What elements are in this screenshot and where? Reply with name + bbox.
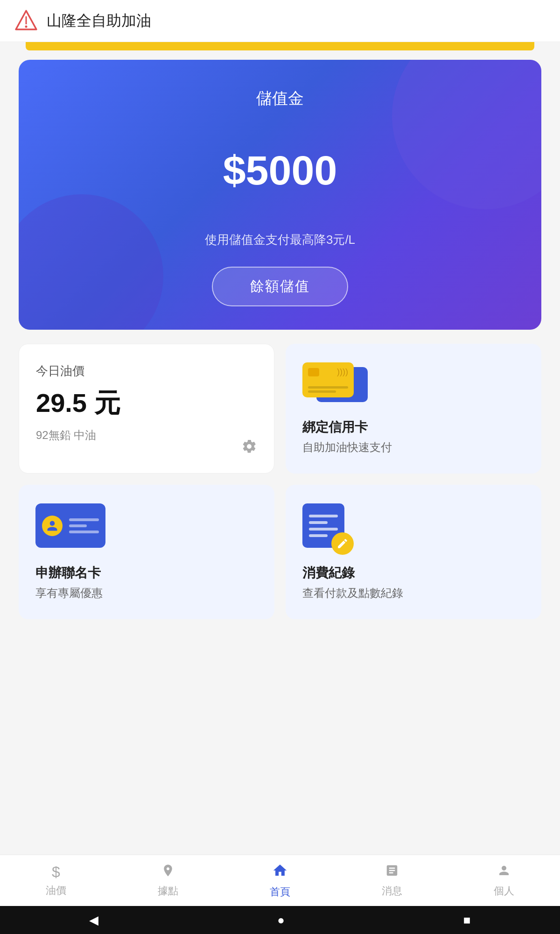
nav-profile-label: 個人: [494, 884, 514, 898]
app-header: 山隆全自助加油: [0, 0, 560, 42]
cc-lines: [308, 386, 348, 393]
settings-icon[interactable]: [241, 439, 257, 454]
nav-item-oil-price[interactable]: $ 油價: [0, 855, 112, 906]
pencil-icon: [331, 532, 354, 555]
receipt-line-3: [309, 528, 338, 531]
nav-home-icon: [272, 863, 288, 882]
nav-news-icon: [385, 863, 399, 881]
yellow-accent-bar: [26, 42, 534, 50]
nav-news-label: 消息: [382, 884, 402, 898]
grid-row-1: 今日油價 29.5 元 92無鉛 中油 )))): [19, 344, 541, 474]
credit-card-section[interactable]: )))) 綁定信用卡 自助加油快速支付: [286, 344, 541, 474]
credit-card-title: 綁定信用卡: [302, 418, 525, 436]
oil-price-card: 今日油價 29.5 元 92無鉛 中油: [19, 344, 274, 474]
pencil-svg: [336, 538, 349, 550]
nav-item-locations[interactable]: 據點: [112, 855, 224, 906]
bottom-nav: $ 油價 據點 首頁 消息 個人: [0, 855, 560, 906]
credit-card-icon-area: )))): [302, 362, 525, 409]
nav-oil-label: 油價: [46, 884, 66, 898]
nav-location-icon: [161, 863, 175, 881]
membership-card-section[interactable]: 申辦聯名卡 享有專屬優惠: [19, 485, 274, 619]
id-line-3: [69, 531, 99, 533]
balance-amount: $5000: [223, 147, 337, 194]
top-up-button[interactable]: 餘額儲值: [212, 267, 348, 306]
consumption-record-section[interactable]: 消費紀錄 查看付款及點數紀錄: [286, 485, 541, 619]
balance-description: 使用儲值金支付最高降3元/L: [205, 232, 355, 248]
id-card-icon: [35, 503, 105, 548]
home-button[interactable]: ●: [277, 913, 285, 927]
balance-label: 儲值金: [256, 88, 304, 109]
grid-row-2: 申辦聯名卡 享有專屬優惠: [19, 485, 541, 619]
membership-card-subtitle: 享有專屬優惠: [35, 586, 258, 601]
credit-card-icon: )))): [302, 362, 372, 409]
cc-chip: [308, 368, 319, 376]
back-button[interactable]: ◀: [89, 913, 98, 927]
nav-item-profile[interactable]: 個人: [448, 855, 560, 906]
oil-price-type: 92無鉛 中油: [36, 428, 257, 443]
receipt-line-1: [309, 515, 338, 517]
svg-point-2: [25, 25, 28, 28]
balance-card: 儲值金 $5000 使用儲值金支付最高降3元/L 餘額儲值: [19, 60, 541, 330]
nav-item-news[interactable]: 消息: [336, 855, 448, 906]
id-line-1: [69, 518, 99, 521]
oil-price-value: 29.5 元: [36, 386, 257, 421]
receipt-line-2: [309, 521, 328, 524]
nav-oil-icon: $: [52, 863, 60, 881]
recent-button[interactable]: ■: [463, 913, 471, 927]
consumption-record-title: 消費紀錄: [302, 564, 525, 582]
id-line-2: [69, 524, 87, 527]
oil-price-label: 今日油價: [36, 363, 257, 379]
system-bar: ◀ ● ■: [0, 906, 560, 934]
receipt-line-4: [309, 534, 328, 537]
cc-line-1: [308, 386, 348, 389]
nav-item-home[interactable]: 首頁: [224, 855, 336, 906]
app-logo-icon: [14, 9, 38, 33]
app-title: 山隆全自助加油: [47, 11, 151, 31]
id-avatar: [42, 516, 63, 536]
credit-card-subtitle: 自助加油快速支付: [302, 440, 525, 455]
nav-home-label: 首頁: [270, 885, 290, 899]
nav-location-label: 據點: [158, 884, 178, 898]
membership-card-title: 申辦聯名卡: [35, 564, 258, 582]
cc-front: )))): [302, 362, 354, 397]
membership-icon-area: [35, 503, 258, 555]
person-icon: [46, 520, 58, 532]
receipt-icon: [302, 503, 354, 555]
cc-line-2: [308, 390, 336, 393]
main-content: 儲值金 $5000 使用儲值金支付最高降3元/L 餘額儲值 今日油價 29.5 …: [0, 50, 560, 715]
nav-profile-icon: [497, 863, 511, 881]
id-lines: [69, 518, 99, 533]
consumption-icon-area: [302, 503, 525, 555]
consumption-record-subtitle: 查看付款及點數紀錄: [302, 586, 525, 601]
